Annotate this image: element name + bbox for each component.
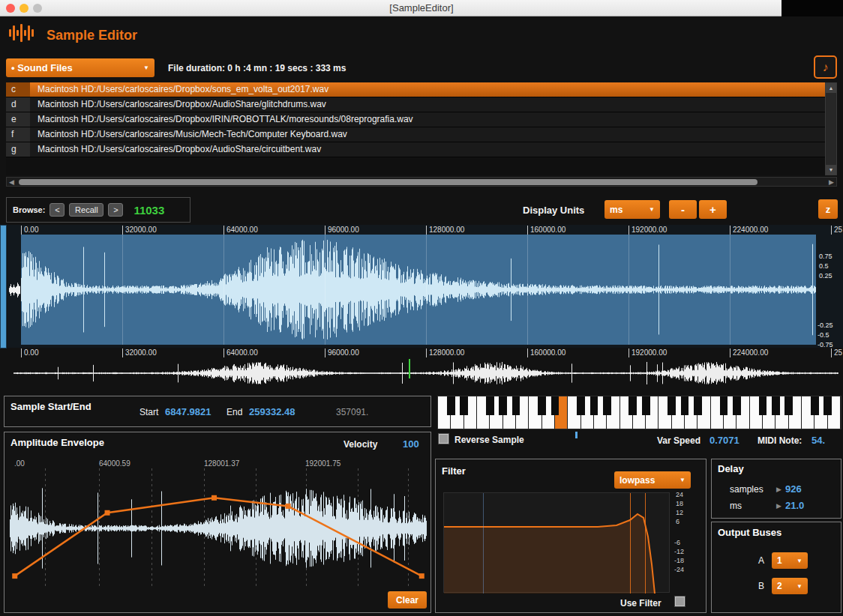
playhead-marker [409, 359, 410, 378]
open-sound-file-button[interactable]: ♪ [814, 55, 837, 79]
piano-key-black[interactable] [551, 396, 560, 415]
reverse-sample-label: Reverse Sample [454, 435, 524, 445]
file-list-vertical-scrollbar[interactable]: ▲ ▼ [825, 82, 837, 175]
browse-prev-button[interactable]: < [50, 203, 64, 217]
velocity-value[interactable]: 100 [403, 438, 419, 450]
ruler-tick: 160000.00 [527, 226, 566, 235]
scroll-right-icon[interactable]: ▶ [829, 178, 834, 187]
piano-key-black[interactable] [824, 396, 832, 415]
file-row[interactable]: e Macintosh HD:/Users/carloscaires/Dropb… [6, 112, 825, 127]
end-value[interactable]: 259332.48 [249, 406, 295, 417]
overview-waveform-canvas[interactable] [14, 359, 838, 387]
file-row[interactable]: c Macintosh HD:/Users/carloscaires/Dropb… [6, 82, 825, 97]
piano-key-black[interactable] [759, 396, 767, 415]
ruler-tick: 224000.00 [730, 348, 768, 357]
total-length-value: 357091. [336, 407, 368, 417]
var-speed-indicator [575, 432, 578, 438]
file-key: c [6, 82, 30, 97]
amplitude-label: -0.25 [818, 321, 833, 329]
display-units-label: Display Units [523, 205, 584, 216]
scroll-up-icon[interactable]: ▲ [826, 83, 836, 93]
piano-key-black[interactable] [681, 396, 689, 415]
main-waveform-canvas[interactable] [21, 235, 816, 345]
envelope-canvas[interactable] [10, 468, 427, 588]
ruler-tick: 128000.00 [426, 348, 464, 357]
piano-key-black[interactable] [447, 396, 455, 415]
file-path: Macintosh HD:/Users/carloscaires/Dropbox… [30, 97, 825, 112]
start-label: Start [140, 407, 158, 417]
end-label: End [226, 407, 242, 417]
reverse-sample-checkbox[interactable] [438, 433, 449, 444]
sound-files-dropdown[interactable]: • Sound Files ▼ [6, 58, 154, 77]
file-row[interactable]: g Macintosh HD:/Users/carloscaires/Dropb… [6, 142, 825, 157]
ruler-tick: 32000.00 [122, 226, 157, 235]
waveform-vertical-slider[interactable] [0, 225, 7, 348]
display-units-dropdown[interactable]: ms ▼ [604, 200, 660, 219]
piano-key-black[interactable] [603, 396, 611, 415]
display-units-value: ms [610, 205, 622, 215]
piano-key-black[interactable] [720, 396, 728, 415]
envelope-ruler-tick: 64000.59 [99, 459, 130, 468]
piano-key-black[interactable] [486, 396, 494, 415]
piano-key-black[interactable] [694, 396, 702, 415]
piano-key-black[interactable] [628, 396, 637, 415]
use-filter-label: Use Filter [620, 598, 662, 609]
zoom-in-button[interactable]: + [699, 200, 727, 219]
filter-type-dropdown[interactable]: lowpass ▼ [614, 471, 691, 489]
start-value[interactable]: 6847.9821 [165, 406, 211, 417]
var-speed-value[interactable]: 0.7071 [710, 435, 740, 446]
panel-title: Delay [718, 463, 744, 474]
bus-b-value: 2 [777, 581, 782, 591]
zoom-out-button[interactable]: - [669, 200, 697, 219]
piano-keyboard[interactable] [437, 396, 842, 429]
piano-key-black[interactable] [811, 396, 819, 415]
amplitude-label: 0.5 [819, 262, 829, 270]
z-button[interactable]: z [818, 199, 838, 219]
piano-key-black[interactable] [538, 396, 546, 415]
piano-key-black[interactable] [499, 396, 507, 415]
piano-key-black[interactable] [460, 396, 468, 415]
ruler-tick: 192000.00 [628, 226, 667, 235]
ruler-tick: 224000.00 [730, 226, 768, 235]
scrollbar-thumb[interactable] [19, 179, 758, 185]
bus-b-dropdown[interactable]: 2 ▼ [772, 578, 808, 594]
envelope-graph[interactable]: .00 64000.59 128001.37 192001.75 [10, 458, 427, 590]
piano-key-black[interactable] [642, 396, 650, 415]
delay-samples-value[interactable]: 926 [785, 483, 802, 495]
filter-curve-canvas[interactable] [444, 493, 670, 594]
var-speed-label: Var Speed [657, 435, 700, 446]
overview-waveform-display[interactable]: 0.00 32000.00 64000.00 96000.00 128000.0… [8, 348, 843, 390]
midi-note-value[interactable]: 54. [812, 435, 825, 446]
main-waveform-display[interactable]: 0.00 32000.00 64000.00 96000.00 128000.0… [8, 225, 843, 348]
db-label: 18 [676, 500, 683, 507]
piano-key-black[interactable] [668, 396, 676, 415]
scroll-left-icon[interactable]: ◀ [9, 178, 14, 187]
ruler-tick: 96000.00 [325, 348, 359, 357]
piano-key-black[interactable] [772, 396, 780, 415]
panel-title: Filter [442, 465, 466, 477]
scroll-down-icon[interactable]: ▼ [826, 165, 836, 175]
delay-panel: Delay samples ▶ 926 ms ▶ 21.0 [711, 459, 842, 519]
ruler-tick: 25 [831, 226, 842, 235]
piano-key-black[interactable] [590, 396, 598, 415]
bus-a-dropdown[interactable]: 1 ▼ [772, 552, 808, 569]
piano-key-black[interactable] [733, 396, 741, 415]
bus-a-value: 1 [777, 555, 782, 566]
piano-key-black[interactable] [784, 396, 793, 415]
use-filter-checkbox[interactable] [674, 596, 686, 607]
recall-button[interactable]: Recall [69, 203, 104, 217]
clear-envelope-button[interactable]: Clear [388, 591, 427, 609]
ruler-tick: 0.00 [21, 348, 38, 357]
file-row[interactable]: d Macintosh HD:/Users/carloscaires/Dropb… [6, 97, 825, 112]
waveform-logo-icon [9, 29, 11, 37]
recall-number-value[interactable]: 11033 [134, 204, 164, 217]
file-row[interactable]: f Macintosh HD:/Users/carloscaires/Music… [6, 127, 825, 142]
piano-key-black[interactable] [512, 396, 520, 415]
filter-response-graph[interactable] [443, 492, 670, 593]
delay-ms-value[interactable]: 21.0 [785, 500, 804, 511]
file-list-horizontal-scrollbar[interactable]: ◀ ▶ [6, 177, 837, 187]
browse-next-button[interactable]: > [108, 203, 123, 217]
db-label: -18 [674, 557, 684, 564]
window-title: [SampleEditor] [0, 2, 843, 13]
piano-key-black[interactable] [577, 396, 585, 415]
